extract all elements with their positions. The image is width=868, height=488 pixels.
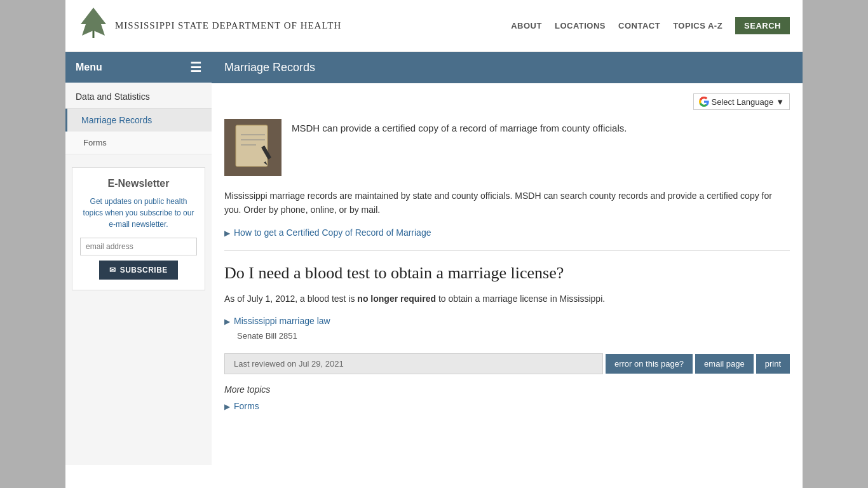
blood-test-heading: Do I need a blood test to obtain a marri… (224, 264, 790, 283)
language-selector[interactable]: Select Language ▼ (693, 93, 790, 110)
enewsletter-description: Get updates on public health topics when… (80, 196, 197, 230)
menu-bar[interactable]: Menu ☰ (65, 52, 212, 83)
language-dropdown-arrow: ▼ (776, 97, 784, 107)
action-bar: Last reviewed on Jul 29, 2021 error on t… (224, 353, 790, 374)
email-input[interactable] (80, 238, 197, 255)
enewsletter-title: E-Newsletter (80, 178, 197, 189)
menu-label: Menu (76, 62, 102, 73)
logo-svg (78, 6, 109, 39)
error-on-page-button[interactable]: error on this page? (606, 354, 693, 374)
arrow-icon-3: ▶ (224, 402, 230, 411)
language-bar: Select Language ▼ (224, 93, 790, 110)
senate-bill-label: Senate Bill 2851 (237, 331, 790, 341)
main-content: Marriage Records Select Language ▼ (212, 52, 803, 426)
print-button[interactable]: print (756, 354, 790, 374)
arrow-icon-2: ▶ (224, 317, 230, 326)
site-title: Mississippi State Department of Health (115, 20, 341, 31)
hero-text: MSDH can provide a certified copy of a r… (292, 119, 790, 176)
certified-copy-link[interactable]: How to get a Certified Copy of Record of… (234, 227, 431, 238)
site-logo-icon (78, 6, 109, 45)
blood-test-para-end: to obtain a marriage license in Mississi… (436, 294, 605, 304)
hero-section: MSDH can provide a certified copy of a r… (224, 119, 790, 176)
content-area: Select Language ▼ (212, 83, 803, 426)
envelope-icon: ✉ (109, 266, 116, 274)
more-topics-section: More topics ▶ Forms (224, 384, 790, 411)
svg-rect-2 (236, 125, 268, 166)
arrow-icon: ▶ (224, 229, 230, 238)
google-g-icon (699, 97, 709, 107)
ms-law-link-row: ▶ Mississippi marriage law (224, 316, 790, 326)
locations-link[interactable]: LOCATIONS (555, 21, 606, 30)
more-topics-label: More topics (224, 384, 790, 395)
main-layout: Menu ☰ Data and Statistics Marriage Reco… (65, 52, 803, 465)
contact-link[interactable]: CONTACT (618, 21, 660, 30)
hero-image (224, 119, 281, 176)
certified-copy-link-row: ▶ How to get a Certified Copy of Record … (224, 227, 790, 238)
sidebar: Menu ☰ Data and Statistics Marriage Reco… (65, 52, 212, 465)
blood-test-bold: no longer required (357, 294, 436, 304)
ms-marriage-law-link[interactable]: Mississippi marriage law (234, 316, 330, 326)
subscribe-button[interactable]: ✉ SUBSCRIBE (99, 261, 178, 280)
section-divider (224, 250, 790, 251)
hamburger-icon[interactable]: ☰ (190, 60, 201, 75)
marriage-records-image (231, 122, 275, 173)
last-reviewed: Last reviewed on Jul 29, 2021 (224, 353, 603, 374)
blood-test-para-start: As of July 1, 2012, a blood test is (224, 294, 357, 304)
logo-area: Mississippi State Department of Health (78, 6, 341, 45)
about-link[interactable]: ABOUT (511, 21, 542, 30)
forms-link-row: ▶ Forms (224, 401, 790, 411)
topics-az-link[interactable]: TOPICS A-Z (673, 21, 722, 30)
site-header: Mississippi State Department of Health A… (65, 0, 803, 52)
sidebar-section-title: Data and Statistics (65, 83, 212, 109)
forms-link[interactable]: Forms (234, 401, 259, 411)
sidebar-item-forms[interactable]: Forms (65, 132, 212, 154)
sidebar-item-marriage-records[interactable]: Marriage Records (65, 109, 212, 132)
blood-test-section: Do I need a blood test to obtain a marri… (224, 264, 790, 341)
search-button[interactable]: SEARCH (735, 17, 790, 34)
email-page-button[interactable]: email page (695, 354, 754, 374)
enewsletter-box: E-Newsletter Get updates on public healt… (72, 167, 205, 290)
subscribe-label: SUBSCRIBE (120, 266, 168, 274)
intro-paragraph: Mississippi marriage records are maintai… (224, 189, 790, 217)
top-navigation: ABOUT LOCATIONS CONTACT TOPICS A-Z SEARC… (511, 17, 790, 34)
select-language-label: Select Language (712, 97, 774, 107)
blood-test-paragraph: As of July 1, 2012, a blood test is no l… (224, 292, 790, 306)
page-header: Marriage Records (212, 52, 803, 83)
